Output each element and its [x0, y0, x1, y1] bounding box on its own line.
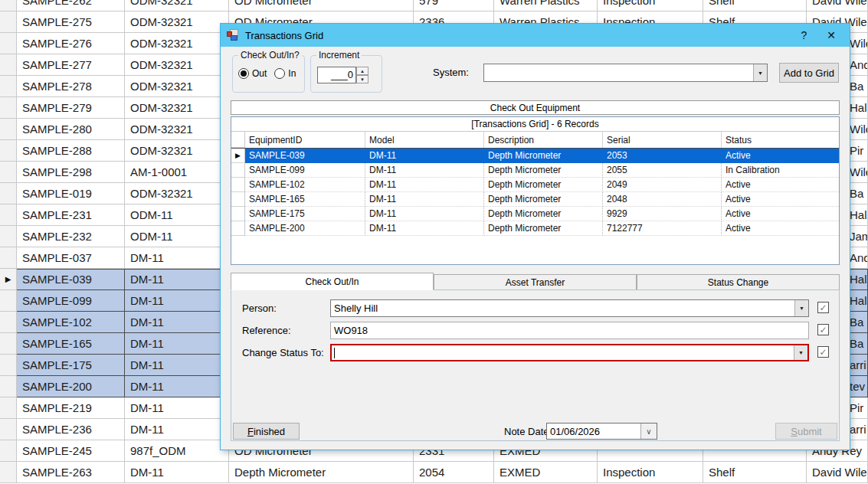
row-selector[interactable] — [0, 247, 17, 269]
row-selector[interactable] — [0, 312, 17, 333]
row-current-arrow-icon[interactable]: ▶ — [231, 149, 245, 163]
tab-asset-transfer[interactable]: Asset Transfer — [434, 274, 637, 290]
tab-status-change[interactable]: Status Change — [637, 274, 840, 290]
row-selector[interactable] — [0, 162, 17, 183]
row-selector[interactable] — [0, 97, 17, 119]
cell-type: Inspection — [598, 462, 703, 483]
cell-status: In Calibration — [722, 163, 840, 178]
row-selector[interactable] — [0, 419, 17, 440]
row-selector[interactable] — [0, 204, 17, 226]
text-caret — [334, 348, 335, 358]
note-date-picker[interactable]: 01/06/2026 ∨ — [546, 423, 657, 440]
radio-in-icon[interactable] — [274, 68, 285, 79]
dialog-title: Transactions Grid — [245, 30, 323, 41]
change-status-combobox[interactable]: ▼ — [330, 344, 809, 361]
row-selector[interactable] — [0, 119, 17, 140]
row-selector[interactable] — [0, 54, 17, 76]
row-selector[interactable] — [0, 462, 17, 483]
cell-model: ODM-32321 — [125, 140, 229, 162]
radio-out[interactable]: Out — [238, 68, 267, 79]
cell-company: Warren Plastics — [494, 0, 598, 11]
app-form-icon — [227, 29, 239, 41]
table-row[interactable]: SAMPLE-263DM-11Depth Micrometer2054EXMED… — [0, 462, 868, 483]
add-to-grid-button[interactable]: Add to Grid — [779, 63, 839, 83]
change-status-dropdown-icon[interactable]: ▼ — [794, 345, 807, 360]
row-selector[interactable] — [0, 0, 17, 11]
column-header-description[interactable]: Description — [484, 132, 603, 148]
radio-out-label: Out — [252, 68, 267, 79]
grid-row[interactable]: ▶SAMPLE-039DM-11Depth Micrometer2053Acti… — [231, 149, 839, 163]
row-current-arrow-icon[interactable]: ▶ — [0, 269, 17, 290]
cell-model: DM-11 — [365, 178, 484, 192]
row-selector[interactable] — [0, 333, 17, 355]
system-dropdown-icon[interactable]: ▼ — [753, 64, 767, 81]
cell-model: ODM-32321 — [125, 76, 229, 97]
close-icon[interactable]: ✕ — [827, 29, 836, 41]
column-header-status[interactable]: Status — [722, 132, 840, 148]
grid-row[interactable]: SAMPLE-102DM-11Depth Micrometer2049Activ… — [231, 178, 839, 192]
radio-out-icon[interactable] — [238, 68, 249, 79]
column-header-model[interactable]: Model — [365, 132, 484, 148]
person-checkbox[interactable]: ✓ — [817, 302, 829, 313]
cell-id: SAMPLE-219 — [17, 397, 125, 419]
row-selector[interactable] — [0, 226, 17, 247]
cell-serial: 9929 — [603, 207, 722, 221]
table-row[interactable]: SAMPLE-262ODM-32321OD Micrometer579Warre… — [0, 0, 868, 11]
note-date-dropdown-icon[interactable]: ∨ — [640, 424, 657, 439]
grid-row[interactable]: SAMPLE-175DM-11Depth Micrometer9929Activ… — [231, 207, 839, 221]
row-selector[interactable] — [0, 33, 17, 54]
reference-input[interactable]: WO918 — [330, 322, 809, 339]
grid-caption-label: [Transactions Grid] - 6 Records — [471, 119, 598, 129]
cell-model: DM-11 — [125, 376, 229, 397]
cell-id: SAMPLE-175 — [245, 207, 365, 221]
reference-label: Reference: — [242, 325, 291, 336]
column-header-equipmentid[interactable]: EquipmentID — [245, 132, 365, 148]
help-icon[interactable]: ? — [801, 29, 807, 41]
transactions-grid: [Transactions Grid] - 6 Records Equipmen… — [231, 116, 840, 265]
row-selector[interactable] — [0, 290, 17, 312]
cell-model: DM-11 — [125, 462, 229, 483]
transactions-grid-dialog: Transactions Grid ? ✕ Check Out/In? Out … — [220, 23, 850, 450]
note-date-label: Note Date: — [504, 426, 552, 437]
system-combobox[interactable]: ▼ — [483, 64, 768, 82]
change-status-checkbox[interactable]: ✓ — [817, 346, 829, 358]
grid-row[interactable]: SAMPLE-099DM-11Depth Micrometer2055In Ca… — [231, 163, 839, 178]
row-selector[interactable] — [231, 221, 245, 236]
row-selector[interactable] — [0, 440, 17, 462]
row-selector[interactable] — [0, 76, 17, 97]
row-selector[interactable] — [0, 397, 17, 419]
radio-in[interactable]: In — [274, 68, 296, 79]
row-selector[interactable] — [0, 11, 17, 33]
cell-status: Active — [722, 178, 840, 192]
cell-description: Depth Micrometer — [484, 192, 603, 207]
submit-button[interactable]: Submit — [775, 423, 837, 440]
row-selector[interactable] — [231, 192, 245, 207]
cell-description: Depth Micrometer — [229, 462, 414, 483]
person-dropdown-icon[interactable]: ▼ — [794, 300, 808, 316]
grid-row[interactable]: SAMPLE-200DM-11Depth Micrometer7122777Ac… — [231, 221, 839, 236]
row-selector[interactable] — [0, 355, 17, 376]
cell-serial: 2055 — [603, 163, 722, 178]
increment-down-icon[interactable]: ▼ — [356, 75, 368, 83]
cell-id: SAMPLE-102 — [245, 178, 365, 192]
row-selector[interactable] — [231, 207, 245, 221]
row-selector[interactable] — [0, 183, 17, 204]
row-selector[interactable] — [0, 376, 17, 397]
dialog-titlebar[interactable]: Transactions Grid ? ✕ — [221, 24, 850, 47]
row-selector[interactable] — [0, 140, 17, 162]
finished-button[interactable]: Finished — [233, 423, 300, 440]
increment-stepper: ▲ ▼ — [356, 67, 368, 83]
row-selector[interactable] — [231, 163, 245, 178]
grid-row[interactable]: SAMPLE-165DM-11Depth Micrometer2048Activ… — [231, 192, 839, 207]
row-selector[interactable] — [231, 178, 245, 192]
check-out-in-group: Check Out/In? Out In — [232, 55, 305, 93]
person-combobox[interactable]: Shelly Hill ▼ — [330, 299, 809, 317]
tab-check-out-in[interactable]: Check Out/In — [231, 273, 434, 290]
increment-input[interactable]: ___0 — [317, 67, 356, 83]
increment-up-icon[interactable]: ▲ — [356, 67, 368, 75]
increment-group-label: Increment — [316, 50, 362, 60]
column-header-serial[interactable]: Serial — [603, 132, 722, 148]
reference-checkbox[interactable]: ✓ — [817, 324, 829, 335]
grid-column-headers: EquipmentID Model Description Serial Sta… — [231, 132, 839, 149]
cell-description: OD Micrometer — [229, 0, 414, 11]
